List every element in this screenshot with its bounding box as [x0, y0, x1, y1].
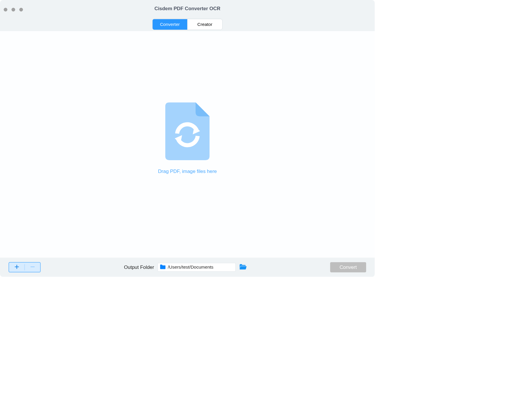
main-content: Drag PDF, image files here	[0, 31, 375, 258]
tab-converter[interactable]: Converter	[152, 19, 187, 30]
document-convert-icon	[165, 102, 210, 161]
tab-converter-label: Converter	[160, 22, 180, 27]
drop-zone-hint: Drag PDF, image files here	[158, 168, 217, 174]
add-file-button[interactable]	[9, 262, 24, 272]
output-folder-path: /Users/test/Documents	[168, 265, 214, 270]
add-remove-group	[9, 262, 41, 272]
output-folder-path-box[interactable]: /Users/test/Documents	[158, 263, 236, 272]
minimize-window-button[interactable]	[11, 8, 15, 12]
window-controls	[4, 8, 23, 12]
folder-icon	[160, 265, 166, 270]
titlebar: Cisdem PDF Converter OCR Converter Creat…	[0, 0, 375, 31]
close-window-button[interactable]	[4, 8, 8, 12]
mode-segmented-control: Converter Creator	[152, 19, 222, 30]
tab-creator-label: Creator	[197, 22, 212, 27]
output-folder-group: Output Folder /Users/test/Documents	[45, 263, 326, 272]
minus-icon	[30, 264, 36, 271]
remove-file-button[interactable]	[25, 262, 40, 272]
output-folder-label: Output Folder	[124, 265, 154, 270]
plus-icon	[14, 264, 20, 271]
app-window: Cisdem PDF Converter OCR Converter Creat…	[0, 0, 375, 277]
convert-button-label: Convert	[340, 265, 357, 270]
drop-zone[interactable]: Drag PDF, image files here	[158, 102, 217, 174]
window-title: Cisdem PDF Converter OCR	[155, 6, 220, 12]
zoom-window-button[interactable]	[19, 8, 23, 12]
footer-bar: Output Folder /Users/test/Documents Conv…	[0, 258, 375, 277]
tab-creator[interactable]: Creator	[187, 19, 222, 30]
browse-folder-button[interactable]	[239, 264, 247, 271]
convert-button[interactable]: Convert	[330, 262, 366, 272]
